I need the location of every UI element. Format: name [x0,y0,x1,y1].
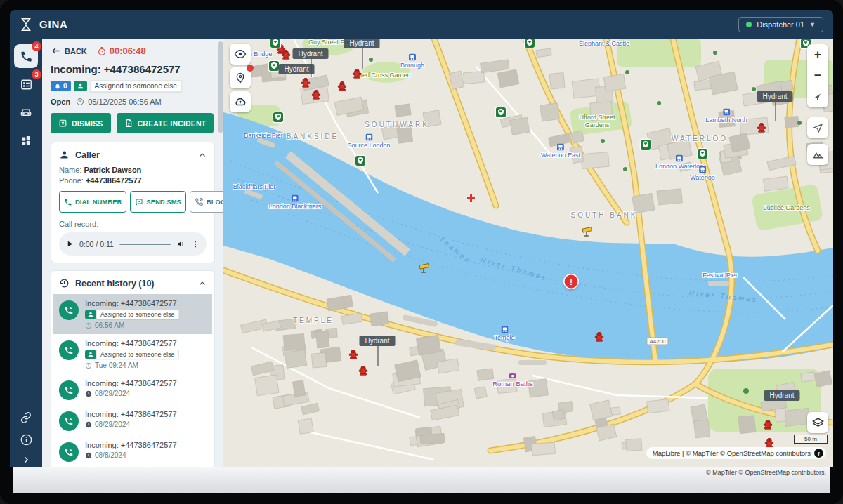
map-canvas[interactable]: London BridgeGuy Street ParkRed Cross Ga… [223,39,833,467]
incident-alert-marker[interactable]: ! [565,275,578,289]
dismiss-button[interactable]: DISMISS [51,113,111,133]
map-label: Jubilee Gardens [764,204,810,211]
map-label: Blackfriars Pier [233,183,276,190]
collapse-chevron-icon[interactable] [198,279,207,288]
history-item-time: 06:56 AM [85,321,179,329]
aed-marker[interactable] [270,39,282,52]
river-label: River Thames [689,289,759,303]
call-status-row: Open 05/12/2025 06:56 AM [51,98,215,106]
sidebar-item-calls[interactable]: 4 [14,44,38,68]
online-status-dot [746,22,752,27]
dispatcher-label: Dispatcher 01 [757,20,804,29]
assignment-label: Assigned to someone else [90,80,182,92]
map-pin-icon [235,72,246,84]
history-item[interactable]: Incoming: +447386472577Assigned to someo… [53,294,212,334]
map-sync-button[interactable] [230,91,251,112]
map-label: TEMPLE [293,317,334,324]
hydrant-marker[interactable] [338,81,347,94]
aed-marker[interactable] [273,112,285,126]
sidebar-item-incidents[interactable]: 3 [14,72,38,96]
map-label: Elephant & Castle [579,40,629,47]
attribution-info-icon[interactable]: i [814,449,823,458]
layers-button[interactable] [807,412,828,433]
mountains-icon [812,149,824,161]
create-incident-button[interactable]: CREATE INCIDENT [117,113,214,133]
history-item-time: 08/29/2024 [85,390,177,397]
history-item[interactable]: Incoming: +44738647257708/8/2024 [53,436,212,467]
volume-icon[interactable] [176,239,185,248]
map-zoom-controls: + − [807,44,828,107]
person-icon [59,150,70,160]
dispatcher-menu[interactable]: Dispatcher 01 ▼ [738,17,823,32]
assignment-label: Assigned to someone else [96,350,179,359]
history-item[interactable]: Incoming: +44738647257708/29/2024 [53,405,212,436]
collapse-chevron-icon[interactable] [198,151,207,159]
sidebar-item-dashboard[interactable] [14,128,38,152]
back-button[interactable]: BACK [51,46,87,56]
alert-count-chip: 0 [51,81,71,91]
expand-sidebar-chevron[interactable] [21,455,31,465]
history-icon [59,278,70,289]
aed-marker[interactable] [640,139,652,154]
aed-marker[interactable] [355,155,367,170]
history-item-time: Tue 09:24 AM [85,362,179,369]
hydrant-tooltip: Hydrant [292,48,328,59]
cloud-icon [234,95,247,108]
call-title: Incoming: +447386472577 [51,63,215,75]
map-scale: 50 m [794,435,828,444]
aed-marker[interactable] [524,39,536,52]
river-label: Thames [438,235,472,265]
dial-number-button[interactable]: DIAL NUMBER [59,191,126,213]
hydrant-marker[interactable] [312,89,321,102]
hydrant-marker[interactable] [353,68,362,81]
aed-marker[interactable] [697,148,709,163]
hydrant-marker[interactable] [757,122,766,135]
hydrant-marker[interactable] [359,365,368,378]
sidebar-item-vehicles[interactable] [14,100,38,124]
history-item[interactable]: Incoming: +447386472577Assigned to someo… [53,334,212,374]
panel-scrollbar[interactable] [218,41,223,133]
history-list: Incoming: +447386472577Assigned to someo… [59,294,207,467]
cctv-marker[interactable] [419,263,431,277]
play-icon[interactable] [66,240,74,248]
zoom-in-button[interactable]: + [807,44,828,65]
zoom-out-button[interactable]: − [807,65,828,86]
cctv-marker[interactable] [582,227,594,240]
map-markers-button[interactable] [230,67,251,88]
map-label: Red Cross Garden [358,72,410,79]
history-item[interactable]: Incoming: +44738647257708/29/2024 [53,374,212,405]
map-visibility-button[interactable] [230,44,251,65]
hydrant-marker[interactable] [349,349,358,362]
incident-doc-icon [124,119,133,128]
map-label: Festival Pier [702,272,738,279]
assignee-chip [85,350,96,359]
audio-player: 0:00 / 0:11 [59,232,207,256]
send-sms-button[interactable]: SEND SMS [130,191,186,213]
call-datetime: 05/12/2025 06:56 AM [88,98,162,106]
locate-button[interactable] [807,117,828,138]
hydrant-marker[interactable] [301,77,311,91]
terrain-button[interactable] [807,144,828,165]
gina-logo-icon [18,17,34,32]
aed-marker[interactable] [495,107,507,121]
stopwatch-icon [97,46,107,56]
assignee-chip [85,310,96,319]
person-icon [77,82,84,90]
kebab-menu-icon[interactable] [191,240,200,248]
incoming-call-icon [59,300,79,320]
block-button[interactable]: BLOCK [190,191,223,213]
map-label: Source London [347,134,390,149]
info-icon[interactable] [20,433,33,446]
map-label: SOUTHWARK [365,121,429,128]
hydrant-tooltip: Hydrant [757,91,792,102]
link-icon[interactable] [19,411,33,425]
hydrant-marker[interactable] [595,331,604,345]
hydrant-marker[interactable] [764,419,773,432]
history-item[interactable]: Completed: Call by +447386472577Dismisse… [53,467,212,467]
status-open: Open [51,98,70,106]
notification-dot [247,65,254,72]
hydrant-marker[interactable] [282,49,291,62]
compass-button[interactable] [807,86,828,107]
player-track[interactable] [119,244,171,245]
map-label: Waterloo [690,166,715,181]
